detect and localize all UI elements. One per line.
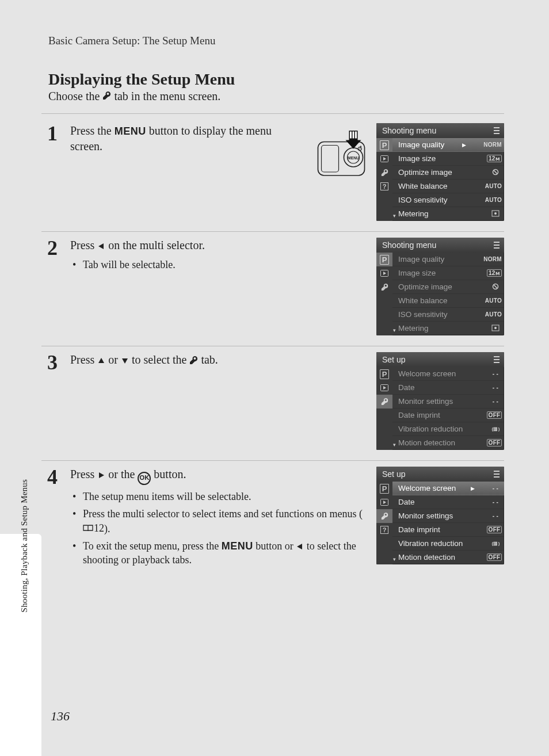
hamburger-icon — [494, 356, 500, 363]
screen-menu-label: Monitor settings — [398, 511, 453, 520]
camera-menu-screen: Shooting menu P Image qualityNORMImage s… — [376, 238, 504, 335]
screen-tab: P — [376, 138, 392, 152]
screen-menu-label: Metering — [398, 209, 429, 218]
page-number: 136 — [51, 709, 70, 724]
screen-menu-item: White balanceAUTO — [392, 180, 504, 193]
screen-menu-label: Image size — [398, 269, 436, 277]
hamburger-icon — [494, 242, 500, 249]
step-number: 3 — [41, 352, 58, 450]
screen-header: Shooting menu — [382, 126, 436, 135]
screen-menu-label: Date — [398, 498, 415, 506]
step: 2 Press on the multi selector. Tab will … — [41, 231, 504, 346]
screen-menu-label: Optimize image — [398, 282, 452, 291]
page-title: Displaying the Setup Menu — [41, 70, 504, 89]
scroll-down-icon: ▾ — [393, 327, 396, 333]
svg-point-12 — [494, 212, 497, 215]
camera-menu-screen: Shooting menu P? Image quality▶NORMImage… — [376, 123, 504, 221]
screen-tab — [376, 381, 392, 395]
screen-tab: P — [376, 253, 392, 266]
step: 4 Press or the OK button. The setup menu… — [41, 460, 504, 581]
screen-tab — [376, 152, 392, 166]
screen-menu-item: ISO sensitivityAUTO — [392, 193, 504, 207]
screen-menu-item: Welcome screen▶- - — [392, 482, 504, 495]
screen-tab: ? — [376, 180, 392, 193]
hamburger-icon — [494, 127, 500, 134]
step-number: 2 — [41, 238, 58, 335]
screen-menu-label: Date — [398, 383, 415, 392]
screen-header: Set up — [382, 355, 405, 364]
hamburger-icon — [494, 471, 500, 478]
step-illustration: Set up P Welcome screen- -Date- -Monitor… — [376, 352, 504, 450]
screen-tabs: P — [376, 253, 392, 335]
screen-menu-item: Vibration reduction(▥) — [392, 422, 504, 436]
ok-button-icon: OK — [138, 472, 151, 485]
svg-rect-7 — [355, 132, 357, 139]
svg-point-16 — [494, 327, 497, 329]
screen-menu-label: White balance — [398, 296, 448, 305]
step-illustration: MENU Shooting menu P? Image quality▶NORM… — [315, 123, 504, 221]
screen-menu-label: Date imprint — [398, 411, 440, 419]
wrench-icon — [102, 90, 111, 103]
menu-button-label: MENU — [115, 125, 146, 137]
screen-menu-label: Optimize image — [398, 168, 452, 177]
screen-menu-item: ▾Metering — [392, 207, 504, 221]
screen-rows: Image qualityNORMImage size12ᴍOptimize i… — [392, 253, 504, 335]
screen-tab — [376, 166, 392, 180]
step-text: Press or the OK button. — [70, 467, 364, 485]
camera-menu-screen: Set up P? Welcome screen▶- -Date- -Monit… — [376, 467, 504, 564]
screen-menu-item: Optimize image — [392, 280, 504, 294]
step-illustration: Shooting menu P Image qualityNORMImage s… — [376, 238, 504, 335]
screen-menu-item: ▾Motion detectionOFF — [392, 436, 504, 450]
screen-tab — [376, 509, 392, 523]
screen-menu-label: ISO sensitivity — [398, 310, 448, 319]
step-illustration: Set up P? Welcome screen▶- -Date- -Monit… — [376, 467, 504, 571]
screen-tab — [376, 495, 392, 509]
step: 3 Press or to select the tab. Set up P W… — [41, 346, 504, 460]
screen-rows: Welcome screen▶- -Date- -Monitor setting… — [392, 482, 504, 564]
step-bullets: The setup menu items will be selectable.… — [70, 490, 364, 567]
step-text: Press the MENU button to display the men… — [70, 123, 303, 154]
screen-menu-label: Motion detection — [398, 553, 455, 562]
screen-tabs: P? — [376, 482, 392, 564]
svg-text:(▥): (▥) — [491, 426, 500, 432]
screen-menu-label: White balance — [398, 182, 448, 190]
screen-rows: Welcome screen- -Date- -Monitor settings… — [392, 367, 504, 450]
svg-rect-1 — [322, 146, 339, 173]
screen-tab: ? — [376, 523, 392, 537]
screen-menu-item: Date- - — [392, 381, 504, 395]
screen-menu-item: Optimize image — [392, 166, 504, 180]
camera-menu-screen: Set up P Welcome screen- -Date- -Monitor… — [376, 352, 504, 450]
screen-tab — [376, 280, 392, 294]
screen-tabs: P? — [376, 138, 392, 221]
screen-menu-item: ISO sensitivityAUTO — [392, 308, 504, 322]
svg-rect-6 — [353, 132, 354, 139]
screen-menu-item: Vibration reduction(▥) — [392, 537, 504, 551]
screen-rows: Image quality▶NORMImage size12ᴍOptimize … — [392, 138, 504, 221]
section-side-label: Shooting, Playback and Setup Menus — [20, 479, 29, 612]
screen-tab — [376, 266, 392, 280]
step-bullet: Press the multi selector to select items… — [70, 507, 364, 536]
screen-menu-label: Monitor settings — [398, 397, 453, 406]
scroll-down-icon: ▾ — [393, 442, 396, 448]
camera-illustration: MENU — [315, 129, 367, 181]
screen-header: Set up — [382, 469, 405, 479]
screen-menu-label: Motion detection — [398, 438, 455, 447]
screen-tab — [376, 395, 392, 408]
screen-menu-item: Image size12ᴍ — [392, 152, 504, 166]
screen-menu-label: Date imprint — [398, 525, 440, 534]
screen-menu-item: Monitor settings- - — [392, 509, 504, 523]
screen-menu-item: White balanceAUTO — [392, 294, 504, 308]
screen-menu-label: Vibration reduction — [398, 425, 463, 433]
step-text: Press or to select the tab. — [70, 352, 364, 368]
step-number: 4 — [41, 467, 58, 571]
step-bullet: To exit the setup menu, press the MENU b… — [70, 539, 364, 567]
screen-menu-item: Image size12ᴍ — [392, 266, 504, 280]
screen-menu-item: ▾Motion detectionOFF — [392, 551, 504, 564]
breadcrumb: Basic Camera Setup: The Setup Menu — [41, 35, 504, 47]
step-bullets: Tab will be selectable. — [70, 258, 364, 272]
screen-menu-label: Image quality — [398, 255, 444, 264]
screen-header: Shooting menu — [382, 240, 436, 250]
step-bullet: The setup menu items will be selectable. — [70, 490, 364, 503]
chevron-right-icon: ▶ — [471, 486, 475, 491]
scroll-down-icon: ▾ — [393, 556, 396, 562]
